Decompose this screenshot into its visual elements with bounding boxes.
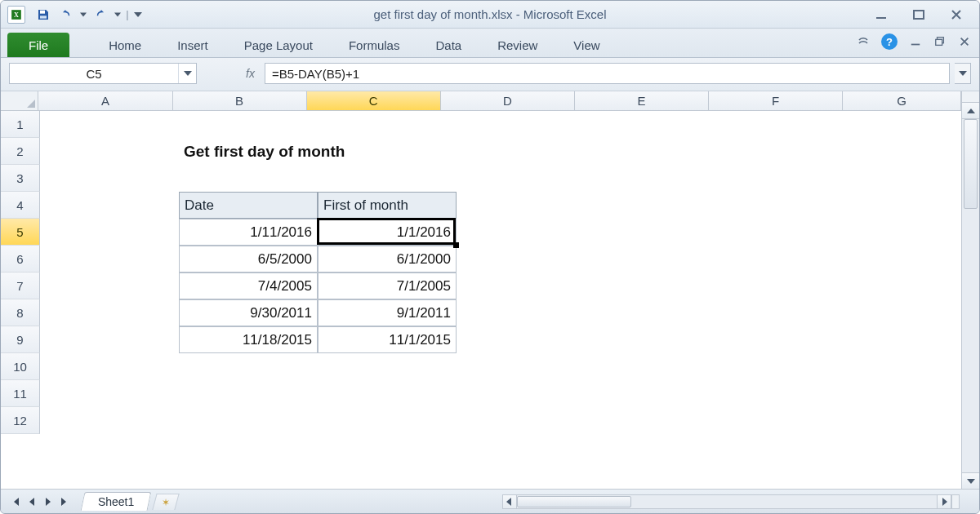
- undo-dropdown-icon[interactable]: [78, 5, 89, 24]
- hscroll-thumb[interactable]: [517, 496, 631, 507]
- row-header[interactable]: 7: [1, 273, 40, 299]
- column-header[interactable]: A: [38, 91, 172, 110]
- fill-handle[interactable]: [453, 242, 459, 248]
- hscroll-track[interactable]: [517, 494, 937, 509]
- table-cell[interactable]: 11/1/2015: [318, 326, 457, 353]
- ribbon-tab-home[interactable]: Home: [91, 33, 159, 57]
- section-title[interactable]: Get first day of month: [179, 138, 457, 165]
- row-header[interactable]: 6: [1, 246, 40, 273]
- window-title: get first day of month.xlsx - Microsoft …: [0, 7, 980, 21]
- save-icon[interactable]: [32, 5, 55, 24]
- scroll-down-icon[interactable]: [962, 472, 979, 489]
- select-all-corner[interactable]: [1, 91, 38, 111]
- vscroll-thumb[interactable]: [964, 119, 978, 209]
- column-header[interactable]: E: [575, 91, 709, 110]
- scroll-right-icon[interactable]: [937, 494, 951, 509]
- formula-bar: C5 fx =B5-DAY(B5)+1: [1, 58, 979, 91]
- undo-icon[interactable]: [55, 5, 78, 24]
- horizontal-scrollbar[interactable]: [502, 494, 960, 509]
- file-tab[interactable]: File: [7, 33, 69, 57]
- minimize-icon[interactable]: [873, 7, 889, 23]
- name-box[interactable]: C5: [9, 63, 197, 84]
- redo-dropdown-icon[interactable]: [112, 5, 123, 24]
- close-icon[interactable]: [948, 7, 964, 23]
- scroll-left-icon[interactable]: [502, 494, 517, 509]
- expand-formula-bar-icon[interactable]: [955, 63, 971, 84]
- table-header[interactable]: First of month: [318, 192, 457, 219]
- svg-rect-2: [40, 10, 45, 13]
- svg-rect-5: [914, 11, 924, 19]
- ribbon-minimize-icon[interactable]: [857, 35, 870, 48]
- svg-rect-8: [936, 39, 942, 45]
- window-controls: [873, 7, 973, 23]
- row-header[interactable]: 11: [1, 380, 40, 407]
- sheet-grid[interactable]: ABCDEFG 123456789101112 Get first day of…: [1, 91, 961, 489]
- last-sheet-icon[interactable]: [56, 494, 73, 510]
- help-icon[interactable]: ?: [881, 33, 898, 50]
- row-header[interactable]: 1: [1, 111, 40, 138]
- row-header[interactable]: 2: [1, 138, 40, 165]
- scroll-up-icon[interactable]: [962, 103, 979, 119]
- column-header[interactable]: D: [441, 91, 575, 110]
- maximize-icon[interactable]: [911, 7, 927, 23]
- vertical-scrollbar[interactable]: [961, 91, 979, 489]
- ribbon-tab-data[interactable]: Data: [417, 33, 479, 57]
- column-header[interactable]: C: [307, 91, 441, 110]
- formula-input[interactable]: =B5-DAY(B5)+1: [265, 63, 950, 84]
- svg-rect-6: [911, 44, 920, 46]
- row-header[interactable]: 12: [1, 407, 40, 434]
- row-header[interactable]: 4: [1, 192, 40, 219]
- table-cell[interactable]: 7/1/2005: [318, 273, 457, 299]
- svg-text:X: X: [14, 11, 19, 18]
- row-header[interactable]: 9: [1, 326, 40, 353]
- ribbon-tab-review[interactable]: Review: [479, 33, 555, 57]
- ribbon-tabs: File HomeInsertPage LayoutFormulasDataRe…: [1, 29, 979, 58]
- vscroll-track[interactable]: [962, 119, 979, 472]
- excel-logo: X: [7, 6, 25, 24]
- table-cell[interactable]: 1/1/2016: [318, 219, 457, 246]
- title-bar: X | get first day of month.xlsx - Micros…: [1, 1, 979, 29]
- workbook-restore-icon[interactable]: [933, 35, 947, 48]
- name-box-dropdown-icon[interactable]: [178, 64, 196, 83]
- workbook-minimize-icon[interactable]: [909, 35, 922, 48]
- ribbon-tab-insert[interactable]: Insert: [159, 33, 226, 57]
- table-cell[interactable]: 9/30/2011: [179, 299, 318, 326]
- column-header[interactable]: G: [843, 91, 961, 110]
- row-header[interactable]: 10: [1, 353, 40, 380]
- sheet-tab[interactable]: Sheet1: [81, 492, 152, 511]
- table-cell[interactable]: 6/5/2000: [179, 246, 318, 273]
- ribbon-tab-page-layout[interactable]: Page Layout: [226, 33, 331, 57]
- redo-icon[interactable]: [89, 5, 112, 24]
- name-box-value: C5: [10, 67, 178, 81]
- prev-sheet-icon[interactable]: [24, 494, 40, 510]
- qat-customize-icon[interactable]: [131, 5, 145, 24]
- quick-access-toolbar: |: [32, 5, 145, 24]
- cancel-formula-icon: [203, 63, 236, 84]
- row-header[interactable]: 5: [1, 219, 40, 246]
- ribbon-tab-view[interactable]: View: [555, 33, 617, 57]
- column-header[interactable]: B: [173, 91, 307, 110]
- first-sheet-icon[interactable]: [7, 494, 24, 510]
- sheet-tab-bar: Sheet1 ✶: [1, 489, 979, 513]
- hsplit-handle-icon[interactable]: [951, 494, 960, 509]
- table-cell[interactable]: 1/11/2016: [179, 219, 318, 246]
- table-cell[interactable]: 6/1/2000: [318, 246, 457, 273]
- excel-window: X | get first day of month.xlsx - Micros…: [0, 0, 980, 514]
- table-cell[interactable]: 7/4/2005: [179, 273, 318, 299]
- column-header[interactable]: F: [709, 91, 843, 110]
- sheet-tab-label: Sheet1: [98, 495, 134, 508]
- svg-rect-4: [876, 17, 886, 19]
- worksheet-area: ABCDEFG 123456789101112 Get first day of…: [1, 91, 979, 489]
- ribbon-tab-formulas[interactable]: Formulas: [331, 33, 418, 57]
- fx-icon[interactable]: fx: [241, 67, 260, 80]
- table-cell[interactable]: 9/1/2011: [318, 299, 457, 326]
- row-header[interactable]: 3: [1, 165, 40, 192]
- qat-separator: |: [123, 5, 131, 24]
- table-header[interactable]: Date: [179, 192, 318, 219]
- workbook-close-icon[interactable]: [958, 35, 971, 48]
- split-handle-icon[interactable]: [962, 91, 979, 103]
- row-header[interactable]: 8: [1, 299, 40, 326]
- next-sheet-icon[interactable]: [40, 494, 56, 510]
- table-cell[interactable]: 11/18/2015: [179, 326, 318, 353]
- new-sheet-icon[interactable]: ✶: [153, 494, 180, 510]
